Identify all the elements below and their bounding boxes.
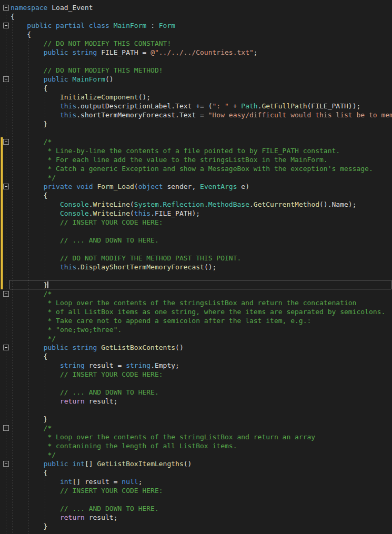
code-line[interactable]: public partial class MainForm : Form bbox=[0, 21, 392, 30]
code-line[interactable]: // DO NOT MODIFY THIS CONSTANT! bbox=[0, 39, 392, 48]
outline-margin-cell bbox=[0, 352, 9, 361]
code-line[interactable]: /* bbox=[0, 137, 392, 146]
code-line[interactable] bbox=[0, 57, 392, 66]
code-line[interactable]: } bbox=[0, 280, 392, 289]
code-line[interactable]: // ... AND DOWN TO HERE. bbox=[0, 236, 392, 245]
code-line[interactable]: return result; bbox=[0, 513, 392, 522]
code-line[interactable]: */ bbox=[0, 334, 392, 343]
token-co: /* bbox=[11, 290, 52, 298]
token-co: // ... AND DOWN TO HERE. bbox=[11, 505, 159, 512]
code-line[interactable]: * Line-by-line the contents of a file po… bbox=[0, 146, 392, 155]
code-line[interactable]: this.DisplayShortTermMemoryForecast(); bbox=[0, 263, 392, 271]
code-line[interactable]: * For each line add the value to the str… bbox=[0, 155, 392, 164]
code-line[interactable] bbox=[0, 227, 392, 236]
outline-margin-cell[interactable] bbox=[0, 75, 9, 84]
code-line[interactable]: Console.WriteLine(System.Reflection.Meth… bbox=[0, 200, 392, 209]
code-line[interactable]: public string FILE_PATH = @"../../../Cou… bbox=[0, 48, 392, 57]
outline-margin-cell bbox=[0, 155, 9, 164]
code-text: } bbox=[11, 119, 47, 128]
code-line[interactable]: */ bbox=[0, 173, 392, 182]
token-pl bbox=[11, 22, 27, 29]
token-pl: Load_Event bbox=[47, 4, 93, 12]
code-lines[interactable]: namespace Load_Event{ public partial cla… bbox=[0, 3, 392, 531]
fold-collapse-icon[interactable] bbox=[3, 461, 9, 467]
code-line[interactable]: public int[] GetListBoxItemLengths() bbox=[0, 459, 392, 468]
outline-margin-cell[interactable] bbox=[0, 182, 9, 191]
code-line[interactable]: // DO NOT MODIFY THE METHOD PAST THIS PO… bbox=[0, 254, 392, 263]
code-line[interactable]: int[] result = null; bbox=[0, 477, 392, 486]
code-line[interactable]: // ... AND DOWN TO HERE. bbox=[0, 388, 392, 397]
code-text: */ bbox=[11, 450, 56, 459]
code-line[interactable]: this.shortTermMemoryForecast.Text = "How… bbox=[0, 110, 392, 119]
fold-collapse-icon[interactable] bbox=[3, 425, 9, 431]
fold-collapse-icon[interactable] bbox=[3, 184, 9, 189]
code-line[interactable]: } bbox=[0, 522, 392, 531]
outline-margin-cell[interactable] bbox=[0, 343, 9, 352]
code-line[interactable]: public MainForm() bbox=[0, 75, 392, 84]
code-line[interactable]: { bbox=[0, 352, 392, 361]
token-ct: return bbox=[60, 397, 85, 405]
code-line[interactable]: */ bbox=[0, 450, 392, 459]
code-line[interactable]: * "one;two;three". bbox=[0, 325, 392, 334]
code-text: return result; bbox=[11, 397, 118, 406]
code-line[interactable]: { bbox=[0, 12, 392, 21]
outline-margin-cell bbox=[0, 406, 9, 415]
code-line[interactable] bbox=[0, 271, 392, 280]
fold-collapse-icon[interactable] bbox=[3, 76, 9, 82]
code-line[interactable]: // ... AND DOWN TO HERE. bbox=[0, 504, 392, 513]
code-line[interactable]: InitializeComponent(); bbox=[0, 93, 392, 102]
token-pl bbox=[109, 22, 114, 29]
code-line[interactable] bbox=[0, 379, 392, 388]
outline-margin-cell[interactable] bbox=[0, 137, 9, 146]
code-line[interactable]: * Loop over the contents of the stringsL… bbox=[0, 298, 392, 307]
outline-margin-cell bbox=[0, 48, 9, 57]
code-line[interactable]: public string GetListBoxContents() bbox=[0, 343, 392, 352]
code-line[interactable]: * Loop over the contents of the stringLi… bbox=[0, 432, 392, 441]
code-line[interactable]: string result = string.Empty; bbox=[0, 361, 392, 370]
code-line[interactable]: this.outputDescriptionLabel.Text += (": … bbox=[0, 102, 392, 110]
code-line[interactable]: return result; bbox=[0, 397, 392, 406]
fold-collapse-icon[interactable] bbox=[3, 139, 9, 145]
code-line[interactable]: private void Form_Load(object sender, Ev… bbox=[0, 182, 392, 191]
code-line[interactable]: * Take care not to append a semicolon af… bbox=[0, 316, 392, 325]
fold-collapse-icon[interactable] bbox=[3, 5, 9, 11]
code-line[interactable]: // DO NOT MODIFY THIS METHOD! bbox=[0, 66, 392, 75]
code-line[interactable]: // INSERT YOUR CODE HERE: bbox=[0, 486, 392, 495]
code-line[interactable] bbox=[0, 406, 392, 415]
code-line[interactable]: } bbox=[0, 415, 392, 424]
code-line[interactable]: /* bbox=[0, 289, 392, 298]
code-line[interactable]: // INSERT YOUR CODE HERE: bbox=[0, 370, 392, 379]
outline-margin-cell[interactable] bbox=[0, 21, 9, 30]
token-pl bbox=[11, 93, 60, 101]
code-editor[interactable]: namespace Load_Event{ public partial cla… bbox=[0, 0, 392, 534]
code-line[interactable]: // INSERT YOUR CODE HERE: bbox=[0, 218, 392, 227]
code-line[interactable] bbox=[0, 245, 392, 254]
token-ty: MainForm bbox=[72, 75, 105, 83]
outline-margin-cell[interactable] bbox=[0, 424, 9, 432]
code-line[interactable]: namespace Load_Event bbox=[0, 3, 392, 12]
code-line[interactable]: { bbox=[0, 468, 392, 477]
outline-margin-cell[interactable] bbox=[0, 459, 9, 468]
outline-margin-cell[interactable] bbox=[0, 3, 9, 12]
code-line[interactable]: { bbox=[0, 84, 392, 93]
token-pl: ( bbox=[130, 200, 134, 208]
code-line[interactable]: /* bbox=[0, 424, 392, 432]
code-text: // ... AND DOWN TO HERE. bbox=[11, 236, 159, 245]
code-line[interactable]: { bbox=[0, 191, 392, 200]
fold-collapse-icon[interactable] bbox=[3, 345, 9, 350]
code-line[interactable]: * contanining the length of all ListBox … bbox=[0, 441, 392, 450]
code-line[interactable]: } bbox=[0, 119, 392, 128]
outline-margin-cell[interactable] bbox=[0, 289, 9, 298]
fold-collapse-icon[interactable] bbox=[3, 291, 9, 297]
token-st: @"../../../Countries.txt" bbox=[150, 48, 254, 56]
code-line[interactable] bbox=[0, 128, 392, 137]
code-line[interactable]: * Catch a generic Exception and show a M… bbox=[0, 164, 392, 173]
token-co: * contanining the length of all ListBox … bbox=[11, 442, 237, 450]
code-line[interactable]: { bbox=[0, 30, 392, 39]
token-kw: public int bbox=[44, 460, 85, 468]
outline-margin-cell bbox=[0, 486, 9, 495]
code-line[interactable]: Console.WriteLine(this.FILE_PATH); bbox=[0, 209, 392, 218]
fold-collapse-icon[interactable] bbox=[3, 23, 9, 28]
code-line[interactable]: * of all ListBox items as one string, wh… bbox=[0, 307, 392, 316]
code-line[interactable] bbox=[0, 495, 392, 504]
